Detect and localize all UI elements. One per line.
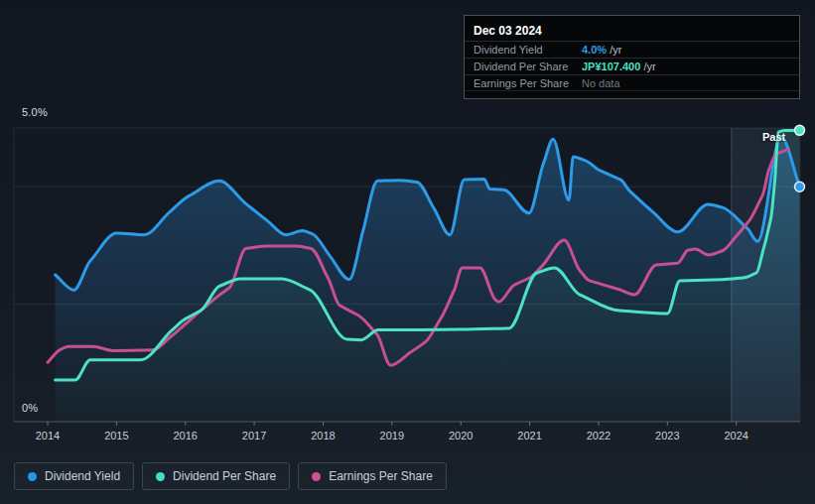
chart-screen: 2014201520162017201820192020202120222023…	[0, 0, 815, 504]
x-axis-tick-label-2020: 2020	[449, 430, 473, 441]
past-period-band	[732, 128, 800, 422]
end-marker-dividend-per-share	[795, 125, 805, 135]
x-axis-tick-label-2016: 2016	[173, 430, 197, 441]
tooltip-value: 4.0%	[582, 44, 607, 56]
earnings-per-share-dot-icon	[312, 472, 321, 481]
y-axis-max-label: 5.0%	[22, 106, 48, 118]
x-axis-tick-label-2014: 2014	[36, 430, 60, 441]
chart-legend: Dividend Yield Dividend Per Share Earnin…	[14, 462, 447, 490]
x-axis-tick-label-2018: 2018	[311, 430, 335, 441]
tooltip-unit: /yr	[607, 44, 621, 56]
legend-item-label: Earnings Per Share	[329, 469, 433, 483]
dividend-yield-dot-icon	[28, 472, 37, 481]
x-axis-tick-label-2017: 2017	[242, 430, 266, 441]
past-period-label: Past	[762, 131, 785, 143]
y-axis-min-label: 0%	[22, 402, 38, 414]
x-axis-tick-label-2019: 2019	[380, 430, 404, 441]
tooltip-row-dividend-yield: Dividend Yield 4.0% /yr	[465, 41, 799, 58]
x-axis-tick-label-2023: 2023	[655, 430, 679, 441]
tooltip-unit: /yr	[640, 61, 655, 72]
end-marker-dividend-yield	[795, 182, 805, 191]
legend-item-earnings-per-share[interactable]: Earnings Per Share	[298, 462, 447, 490]
tooltip-row-dividend-per-share: Dividend Per Share JP¥107.400 /yr	[465, 58, 799, 74]
legend-item-label: Dividend Yield	[45, 469, 120, 483]
legend-item-label: Dividend Per Share	[173, 469, 276, 483]
legend-item-dividend-yield[interactable]: Dividend Yield	[14, 462, 134, 490]
x-axis-tick-label-2024: 2024	[724, 430, 747, 441]
legend-item-dividend-per-share[interactable]: Dividend Per Share	[142, 462, 290, 490]
tooltip-value: JP¥107.400	[582, 61, 640, 72]
tooltip-value: No data	[582, 77, 620, 89]
tooltip-label: Dividend Yield	[474, 44, 582, 56]
tooltip-row-earnings-per-share: Earnings Per Share No data	[465, 74, 799, 91]
chart-tooltip: Dec 03 2024 Dividend Yield 4.0% /yr Divi…	[464, 15, 800, 99]
tooltip-date: Dec 03 2024	[465, 16, 799, 41]
x-axis-tick-label-2022: 2022	[587, 430, 611, 441]
x-axis-tick-label-2021: 2021	[517, 430, 541, 441]
tooltip-label: Earnings Per Share	[474, 77, 582, 89]
dividend-per-share-dot-icon	[156, 472, 165, 481]
tooltip-label: Dividend Per Share	[474, 61, 582, 72]
x-axis-tick-label-2015: 2015	[104, 430, 128, 441]
